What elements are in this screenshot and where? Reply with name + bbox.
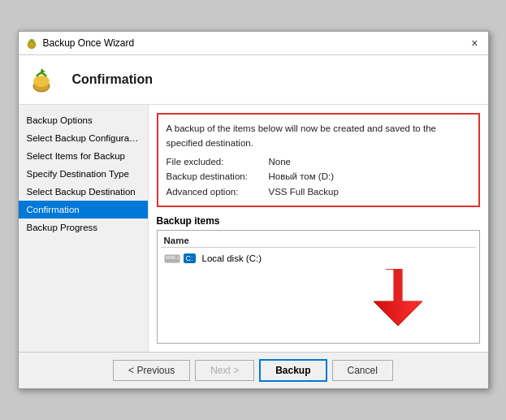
backup-icon: [25, 37, 38, 50]
info-box: A backup of the items below will now be …: [157, 113, 480, 207]
column-name-header: Name: [161, 234, 476, 248]
advanced-option-label: Advanced option:: [167, 184, 264, 199]
sidebar-item-select-configuration[interactable]: Select Backup Configurat...: [19, 129, 148, 147]
header-backup-icon: [30, 63, 63, 96]
wizard-window: Backup Once Wizard × Confirmation Backup…: [18, 31, 489, 389]
footer: < Previous Next > Backup Cancel: [19, 352, 488, 388]
sidebar-item-backup-options[interactable]: Backup Options: [19, 111, 148, 129]
sidebar-item-specify-destination[interactable]: Specify Destination Type: [19, 165, 148, 183]
sidebar-item-confirmation[interactable]: Confirmation: [19, 201, 148, 219]
svg-marker-8: [374, 269, 422, 326]
info-row-destination: Backup destination: Новый том (D:): [167, 169, 470, 184]
disk-name: Local disk (C:): [202, 253, 262, 263]
sidebar-item-select-items[interactable]: Select Items for Backup: [19, 147, 148, 165]
sidebar-item-backup-progress[interactable]: Backup Progress: [19, 219, 148, 236]
backup-items-box: Name C: Local disk (C:): [157, 230, 480, 344]
arrow-container: [370, 269, 435, 328]
list-item: C: Local disk (C:): [161, 251, 476, 266]
title-bar: Backup Once Wizard ×: [19, 32, 488, 55]
title-bar-left: Backup Once Wizard: [25, 37, 135, 50]
window-title: Backup Once Wizard: [43, 37, 135, 49]
file-excluded-value: None: [269, 154, 292, 169]
close-button[interactable]: ×: [468, 37, 481, 50]
svg-point-3: [33, 76, 50, 87]
backup-button[interactable]: Backup: [259, 359, 327, 382]
previous-button[interactable]: < Previous: [113, 360, 190, 381]
backup-destination-label: Backup destination:: [167, 169, 264, 184]
cancel-button[interactable]: Cancel: [332, 360, 393, 381]
info-row-excluded: File excluded: None: [167, 154, 470, 169]
backup-items-section: Backup items Name C: Local disk (C:): [157, 215, 480, 344]
svg-point-6: [175, 256, 177, 258]
backup-items-label: Backup items: [157, 215, 480, 227]
next-button[interactable]: Next >: [195, 360, 254, 381]
sidebar: Backup Options Select Backup Configurat.…: [19, 105, 149, 352]
info-row-advanced: Advanced option: VSS Full Backup: [167, 184, 470, 199]
header-bar: Confirmation: [19, 55, 488, 105]
red-arrow-icon: [370, 269, 435, 326]
sidebar-item-select-destination[interactable]: Select Backup Destination: [19, 183, 148, 201]
content-area: Backup Options Select Backup Configurat.…: [19, 105, 488, 352]
svg-rect-5: [166, 259, 179, 262]
info-description: A backup of the items below will now be …: [167, 121, 470, 151]
main-content: A backup of the items below will now be …: [149, 105, 488, 352]
backup-destination-value: Новый том (D:): [269, 169, 335, 184]
file-excluded-label: File excluded:: [167, 154, 264, 169]
page-title: Confirmation: [72, 72, 154, 87]
disk-label: C:: [184, 253, 196, 263]
disk-icon: [164, 253, 180, 264]
advanced-option-value: VSS Full Backup: [269, 184, 339, 199]
